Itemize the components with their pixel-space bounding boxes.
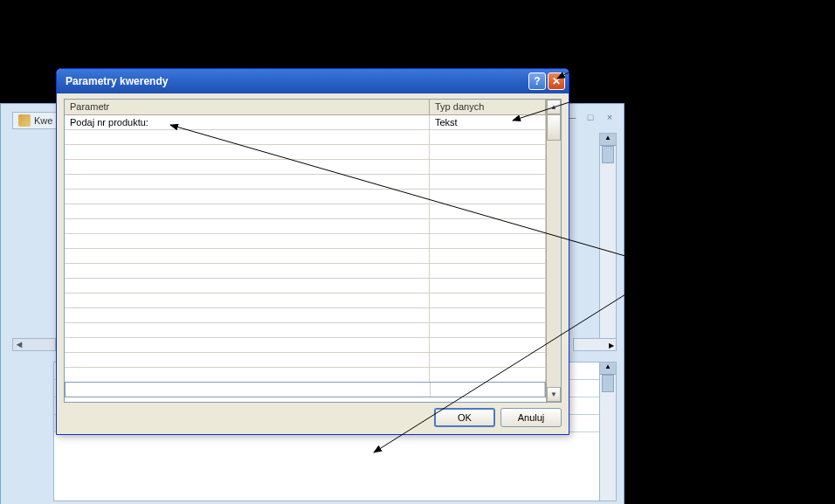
scroll-right-icon[interactable]: ▶ [607,340,616,351]
parameter-row-empty[interactable] [65,308,546,323]
scrollbar-thumb[interactable] [602,146,614,163]
query-tab-icon [18,114,31,127]
bg-horizontal-scrollbar-right[interactable]: ▶ [573,338,617,351]
dialog-body: Parametr Typ danych Podaj nr produktu: T… [57,93,569,434]
parameters-dialog: Parametry kwerendy ? ✕ Parametr Typ dany… [56,68,569,435]
parameter-type-value: Tekst [435,117,458,128]
parameter-type-cell[interactable]: Tekst [430,115,546,129]
parameter-row-empty[interactable] [65,204,546,219]
dialog-title: Parametry kwerendy [66,75,168,87]
parameter-name-cell[interactable]: Podaj nr produktu: [65,115,430,129]
header-parameter[interactable]: Parametr [65,100,430,114]
scroll-up-arrow[interactable]: ▲ [547,100,561,114]
parameter-row-empty[interactable] [65,323,546,338]
parameters-grid: Parametr Typ danych Podaj nr produktu: T… [64,99,562,403]
parameter-row-empty[interactable] [65,249,546,264]
parameter-row-empty[interactable] [65,190,546,204]
help-button[interactable]: ? [528,72,546,90]
dialog-grid-scrollbar[interactable]: ▲ ▼ [546,100,561,402]
parameter-row-empty[interactable] [65,279,546,293]
parameter-row-empty[interactable] [65,130,546,145]
parameter-row-empty[interactable] [65,160,546,175]
parameter-row-empty[interactable] [65,145,546,160]
dialog-titlebar[interactable]: Parametry kwerendy ? ✕ [57,69,569,93]
query-tab-label: Kwe [34,115,52,126]
close-button[interactable]: ✕ [548,72,565,90]
bg-window-controls: — □ × [564,112,617,126]
dialog-button-bar: OK Anuluj [64,403,562,427]
grid-main: Parametr Typ danych Podaj nr produktu: T… [65,100,546,402]
parameter-row-empty[interactable] [65,234,546,249]
grid-data-area: Podaj nr produktu: Tekst [65,115,546,402]
titlebar-buttons: ? ✕ [528,72,565,90]
parameter-input-row[interactable] [65,382,546,397]
cancel-button[interactable]: Anuluj [500,408,562,427]
parameter-row-empty[interactable] [65,175,546,190]
bg-maximize-button[interactable]: □ [583,112,597,126]
parameter-row-empty[interactable] [65,353,546,368]
bg-vertical-scrollbar[interactable]: ▲ [599,133,617,351]
parameter-row-empty[interactable] [65,219,546,234]
grid-header-row: Parametr Typ danych [65,100,546,115]
parameter-row-empty[interactable] [65,368,546,383]
header-datatype[interactable]: Typ danych [430,100,546,114]
scroll-left-icon[interactable]: ◄ [13,339,25,350]
query-tab[interactable]: Kwe [12,112,59,129]
scroll-track[interactable] [547,141,561,387]
grid-scroll-up-button[interactable]: ▲ [600,362,616,375]
scroll-down-arrow[interactable]: ▼ [547,387,561,402]
ok-button[interactable]: OK [434,408,495,427]
parameter-row-empty[interactable] [65,338,546,353]
scroll-up-button[interactable]: ▲ [600,134,616,146]
bg-horizontal-scrollbar-left[interactable]: ◄ [12,338,56,351]
grid-scrollbar-thumb[interactable] [602,375,614,392]
scroll-thumb[interactable] [547,114,561,141]
parameter-row-empty[interactable] [65,293,546,308]
grid-vertical-scrollbar[interactable]: ▲ [599,362,617,501]
parameter-row-empty[interactable] [65,264,546,279]
bg-close-button[interactable]: × [603,112,617,126]
parameter-row-1[interactable]: Podaj nr produktu: Tekst [65,115,546,130]
